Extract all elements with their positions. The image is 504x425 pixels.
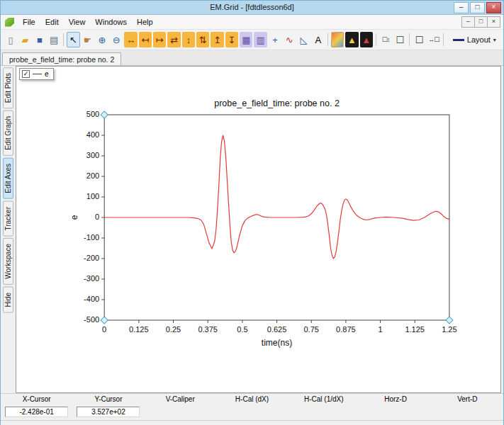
status-value-y-cursor: 3.527e+02 [72,404,144,420]
status-header-row: X-CursorY-CursorV-CaliperH-Cal (dX)H-Cal… [1,394,503,404]
shift-down-icon[interactable]: ↧ [225,32,238,47]
menu-help[interactable]: Help [132,16,158,28]
surface-plot-icon[interactable]: ▲ [360,32,373,47]
layout-dropdown[interactable]: Layout▾ [449,34,500,45]
caliper-box-icon[interactable]: ☐ [413,32,425,47]
close-button[interactable]: × [486,2,501,13]
status-value-box-x-cursor[interactable]: -2.428e-01 [5,407,68,417]
pointer-tool-icon[interactable]: ↖ [67,32,79,47]
status-header-h-cal-dx: H-Cal (dX) [216,394,288,404]
sidebar-tab-workspace[interactable]: Workspace [3,238,13,285]
y-tick-label: -200 [84,254,99,263]
status-header-vert-d: Vert-D [432,394,503,404]
swap-vertical-icon[interactable]: ⇅ [196,32,209,47]
menu-view[interactable]: View [64,16,91,28]
chart-canvas[interactable]: probe_e_field_time: probe no. 2time(ns)e… [16,67,500,392]
toolbar-divider [63,33,64,46]
x-tick-label: 1 [378,325,382,334]
contour-plot-icon[interactable]: ▲ [345,32,358,47]
sidebar-tab-edit-plots[interactable]: Edit Plots [3,67,13,108]
y-tick-label: -300 [84,275,99,283]
y-tick-label: -100 [84,234,99,242]
x-tick-label: 1.25 [442,325,457,334]
shift-left-icon[interactable]: ↤ [139,32,152,47]
menu-edit[interactable]: Edit [40,16,64,28]
pan-hand-icon[interactable]: ☛ [82,32,94,47]
mdi-minimize-button[interactable]: – [461,16,475,28]
x-tick-label: 0.5 [237,325,247,334]
y-tick-label: 0 [95,213,99,222]
status-value-vert-d [432,404,503,420]
shift-up-icon[interactable]: ↥ [211,32,223,47]
swap-horizontal-icon[interactable]: ⇄ [167,32,180,47]
tab-bar: probe_e_field_time: probe no. 2 [1,50,503,66]
toolbar: ▯▰■▤↖☛⊕⊖↔↤↦⇄↕⇅↥↧▦▥+∿◺A▲▲☐↕☐☐↔☐Layout▾ [1,30,503,50]
image-icon[interactable] [331,32,344,47]
text-label-icon[interactable]: A [312,32,325,47]
menu-items: FileEditViewWindowsHelp [18,16,158,28]
zoom-in-icon[interactable]: ⊕ [96,32,108,47]
legend-label: e [45,70,49,78]
status-value-horz-d [359,404,431,420]
status-header-h-cal-1-dx: H-Cal (1/dX) [288,394,359,404]
minimize-button[interactable]: – [454,2,469,13]
sidebar-tab-edit-graph[interactable]: Edit Graph [3,110,13,156]
mdi-close-button[interactable]: × [487,16,500,28]
mdi-window-controls: –□× [462,16,500,28]
crosshair-icon[interactable]: + [269,32,281,47]
toolbar-divider [409,33,410,46]
fit-horizontal-icon[interactable]: ↔ [124,32,137,47]
y-tick-label: 100 [86,193,99,201]
shift-right-icon[interactable]: ↦ [153,32,166,47]
grid-major-icon[interactable]: ▦ [240,32,252,47]
maximize-button[interactable]: □ [470,2,485,13]
x-tick-label: 0.75 [303,325,318,334]
status-value-box-y-cursor[interactable]: 3.527e+02 [77,407,140,417]
axes-box-icon[interactable]: ☐ [393,32,406,47]
tab-probe-e-field-time-probe-no-2[interactable]: probe_e_field_time: probe no. 2 [2,52,121,65]
legend-box[interactable]: ✓ e [19,68,54,80]
window-resize-strip [1,420,503,425]
x-axis-label: time(ns) [262,338,292,348]
status-value-h-cal-dx [216,404,288,420]
y-tick-label: -500 [84,316,99,324]
sidebar-tab-hide[interactable]: Hide [3,287,13,313]
menu-file[interactable]: File [18,16,40,28]
legend-line-sample [33,74,42,74]
fit-vertical-icon[interactable]: ↕ [182,32,195,47]
plot-content: ✓ e probe_e_field_time: probe no. 2time(… [16,66,501,393]
open-folder-icon[interactable]: ▰ [18,32,31,47]
status-header-v-caliper: V-Caliper [145,394,216,404]
toolbar-divider [443,33,444,46]
slope-tool-icon[interactable]: ◺ [297,32,310,47]
x-tick-label: 0.125 [129,325,149,334]
sidebar-tab-tracker[interactable]: Tracker [3,201,13,237]
chevron-down-icon: ▾ [493,37,496,43]
window-controls: –□× [454,2,501,13]
x-tick-label: 0.375 [198,325,218,334]
menu-windows[interactable]: Windows [90,16,132,28]
curve-tool-icon[interactable]: ∿ [283,32,296,47]
layout-line-sample [453,39,464,41]
new-document-icon[interactable]: ▯ [4,32,17,47]
status-header-horz-d: Horz-D [359,394,431,404]
caliper-width-icon[interactable]: ↔☐ [427,32,440,47]
mdi-restore-button[interactable]: □ [474,16,488,28]
status-header-x-cursor: X-Cursor [1,394,72,404]
x-tick-label: 0.25 [166,325,181,334]
x-tick-label: 0.875 [336,325,356,334]
y-axis-label: e [69,215,79,220]
print-icon[interactable]: ▤ [47,32,60,47]
zoom-out-icon[interactable]: ⊖ [110,32,123,47]
legend-checkbox[interactable]: ✓ [22,70,30,78]
sidebar-tab-edit-axes[interactable]: Edit Axes [3,158,13,199]
y-tick-label: 400 [86,131,99,140]
title-bar[interactable]: EM.Grid - [fdtdlesson6d] –□× [1,1,503,15]
grid-minor-icon[interactable]: ▥ [254,32,267,47]
toolbar-divider [376,33,376,46]
save-icon[interactable]: ■ [33,32,46,47]
app-window: EM.Grid - [fdtdlesson6d] –□× FileEditVie… [0,0,504,425]
status-value-x-cursor: -2.428e-01 [1,404,72,420]
axes-limits-icon[interactable]: ☐↕ [379,32,392,47]
x-tick-label: 0.625 [267,325,287,334]
